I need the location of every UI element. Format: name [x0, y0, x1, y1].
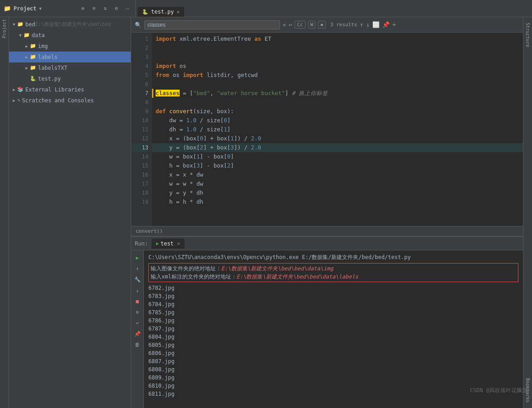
code-line-16: x = x * dw: [152, 170, 523, 179]
console-prompt1-path: E:\数据集\新建文件夹\bed\bed\data\img: [221, 265, 333, 272]
console-prompt-box-1: 输入图像文件夹的绝对地址：E:\数据集\新建文件夹\bed\bed\data\i…: [148, 263, 518, 282]
code-line-2: [152, 43, 523, 53]
watermark: CSDN @风吹落叶花飘荡: [470, 387, 527, 394]
file-output-6787: 6787.jpg: [148, 325, 518, 333]
tree-testpy-file[interactable]: 🐍 test.py: [9, 73, 131, 84]
file-output-6809: 6809.jpg: [148, 374, 518, 382]
editor-area: 🔍 ✕ ↩ Cc W ✱ 3 results ↑ ↓ ⬜ 📌 + 1 2 3 4…: [131, 17, 523, 408]
run-pin-btn[interactable]: 📌: [133, 329, 142, 338]
find-expand-icon[interactable]: ⬜: [372, 21, 380, 28]
run-wrap-btn[interactable]: ↩: [133, 318, 142, 327]
gear-icon[interactable]: ⚙: [112, 5, 121, 11]
close-find-icon[interactable]: ✕: [283, 22, 286, 28]
list-icon[interactable]: ≡: [90, 5, 99, 11]
tree-labelstxt-folder[interactable]: ▶ 📁 labelsTXT: [9, 62, 131, 73]
run-play-btn[interactable]: ▶: [133, 253, 142, 262]
file-output-6785: 6785.jpg: [148, 308, 518, 317]
find-input[interactable]: [147, 22, 277, 28]
tree-labelstxt-label: labelsTXT: [38, 63, 67, 72]
project-tree: ▼ 📁 bed E:\数据集\新建文件夹\bed\bed ▼ 📁 data ▶ …: [9, 17, 131, 408]
find-regex-btn[interactable]: ✱: [318, 21, 326, 29]
right-side-panel: Structure Bookmarks: [523, 17, 532, 408]
line-numbers: 1 2 3 4 5 6 7 8 9 10 11 12 13 14 15 16 1…: [131, 33, 152, 226]
run-trash-btn[interactable]: 🗑: [133, 340, 142, 349]
bottom-content: ▶ ↑ 🔧 ↓ ■ ≡ ↩ 📌 🗑 C:\Users\SZTU\anaconda…: [131, 250, 523, 408]
run-tab-close[interactable]: ✕: [177, 241, 180, 246]
minimize-icon[interactable]: —: [123, 5, 132, 11]
console-prompt2-path: E:\数据集\新建文件夹\bed\bed\data\labels: [237, 274, 358, 280]
tree-testpy-label: test.py: [38, 74, 61, 83]
console-cmd-line: C:\Users\SZTU\anaconda3\envs\Opencv\pyth…: [148, 253, 518, 261]
img-folder-icon: 📁: [30, 42, 36, 51]
tree-root[interactable]: ▼ 📁 bed E:\数据集\新建文件夹\bed\bed: [9, 19, 131, 30]
code-line-10: dw = 1.0 / size[0]: [152, 116, 523, 125]
library-icon: 📚: [17, 85, 24, 94]
file-tab-test-py[interactable]: 🐍 test.py ✕: [138, 7, 184, 17]
code-line-3: [152, 53, 523, 62]
data-folder-icon: 📁: [24, 31, 30, 40]
run-label: Run:: [135, 240, 148, 247]
find-input-wrapper: [144, 20, 280, 29]
run-settings-btn[interactable]: 🔧: [133, 275, 142, 284]
project-panel: ▼ 📁 bed E:\数据集\新建文件夹\bed\bed ▼ 📁 data ▶ …: [9, 17, 131, 408]
tree-data-folder[interactable]: ▼ 📁 data: [9, 30, 131, 41]
python-file-icon: 🐍: [142, 9, 148, 15]
tree-scratches[interactable]: ▶ ✎ Scratches and Consoles: [9, 95, 131, 106]
tree-img-folder[interactable]: ▶ 📁 img: [9, 41, 131, 52]
code-line-17: w = w * dw: [152, 179, 523, 188]
code-line-12: x = (box[0] + box[1]) / 2.0: [152, 134, 523, 143]
tree-arrow-labelstxt: ▶: [24, 63, 30, 72]
file-output-6811: 6811.jpg: [148, 390, 518, 398]
run-align-btn[interactable]: ≡: [133, 307, 142, 317]
find-word-btn[interactable]: W: [308, 21, 316, 29]
structure-tab-vertical[interactable]: Structure: [524, 21, 531, 49]
run-stop-btn[interactable]: ■: [133, 297, 142, 306]
labels-folder-icon: 📁: [30, 53, 36, 62]
code-line-5: from os import listdir, getcwd: [152, 71, 523, 80]
file-output-6786: 6786.jpg: [148, 317, 518, 325]
dropdown-arrow-icon: ▼: [39, 6, 42, 11]
run-scroll-up-btn[interactable]: ↑: [133, 264, 142, 273]
run-toolbar: ▶ ↑ 🔧 ↓ ■ ≡ ↩ 📌 🗑: [131, 250, 144, 408]
find-pin-icon[interactable]: 📌: [382, 21, 390, 28]
search-icon: 🔍: [135, 22, 142, 28]
project-title: Project: [14, 5, 37, 12]
find-more-icon[interactable]: +: [392, 21, 396, 28]
run-scroll-down-btn[interactable]: ↓: [133, 286, 142, 295]
sort-icon[interactable]: ⇅: [101, 5, 109, 11]
file-output-6784: 6784.jpg: [148, 300, 518, 308]
settings-icon[interactable]: ⊕: [79, 5, 87, 11]
find-case-btn[interactable]: Cc: [294, 21, 305, 29]
tree-arrow-labels: ▶: [24, 53, 30, 62]
tree-external-libs[interactable]: ▶ 📚 External Libraries: [9, 84, 131, 95]
tree-scratches-label: Scratches and Consoles: [22, 96, 94, 105]
file-output-6806: 6806.jpg: [148, 349, 518, 357]
console-prompt2-label: 输入xml标注的文件夹的绝对地址：: [151, 274, 237, 280]
project-tab-vertical[interactable]: Project: [1, 17, 8, 40]
file-output-6782: 6782.jpg: [148, 284, 518, 292]
editor-tabs: 🐍 test.py ✕: [136, 0, 532, 17]
find-next-icon[interactable]: ↓: [366, 21, 370, 28]
code-line-19: h = h * dh: [152, 197, 523, 206]
code-line-14: w = box[1] - box[0]: [152, 152, 523, 161]
console-prompt1-label: 输入图像文件夹的绝对地址：: [151, 265, 221, 272]
tree-arrow-img: ▶: [24, 42, 30, 51]
find-replace-icon[interactable]: ↩: [289, 22, 292, 28]
file-output-6807: 6807.jpg: [148, 357, 518, 365]
tree-labels-folder[interactable]: ▶ 📁 labels: [9, 52, 131, 62]
run-tab-test[interactable]: ▶ test ✕: [152, 239, 185, 249]
tree-img-label: img: [38, 42, 48, 51]
code-breadcrumb: convert(): [131, 226, 523, 236]
run-tab-label: test: [161, 240, 174, 247]
find-results-count: 3 results: [330, 22, 357, 28]
tree-root-path: E:\数据集\新建文件夹\bed\bed: [35, 20, 111, 29]
code-line-1: import xml.etree.ElementTree as ET: [152, 34, 523, 43]
code-line-13: y = (box[2] + box[3]) / 2.0: [152, 143, 523, 152]
close-tab-icon[interactable]: ✕: [177, 9, 180, 15]
left-side-panel: Project: [0, 17, 9, 408]
tree-data-label: data: [32, 31, 45, 40]
labelstxt-folder-icon: 📁: [30, 63, 36, 72]
code-content[interactable]: import xml.etree.ElementTree as ET impor…: [152, 33, 523, 226]
find-prev-icon[interactable]: ↑: [360, 21, 364, 28]
code-editor: 1 2 3 4 5 6 7 8 9 10 11 12 13 14 15 16 1…: [131, 33, 523, 226]
